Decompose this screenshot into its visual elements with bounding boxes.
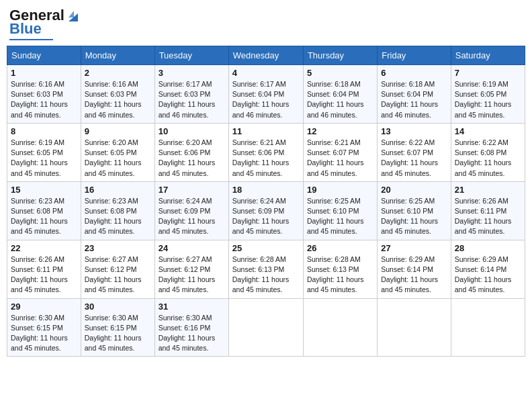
calendar-cell: 28Sunrise: 6:29 AM Sunset: 6:14 PM Dayli…	[451, 240, 525, 298]
day-info: Sunrise: 6:24 AM Sunset: 6:09 PM Dayligh…	[232, 196, 300, 237]
day-number: 3	[159, 68, 225, 78]
day-info: Sunrise: 6:25 AM Sunset: 6:10 PM Dayligh…	[307, 196, 373, 237]
logo-underline	[9, 39, 53, 40]
calendar-header-sunday: Sunday	[7, 46, 81, 65]
day-number: 21	[455, 185, 521, 195]
day-info: Sunrise: 6:20 AM Sunset: 6:06 PM Dayligh…	[159, 138, 225, 179]
day-info: Sunrise: 6:22 AM Sunset: 6:07 PM Dayligh…	[381, 138, 447, 179]
day-info: Sunrise: 6:20 AM Sunset: 6:05 PM Dayligh…	[85, 138, 151, 179]
calendar-cell	[451, 298, 525, 357]
calendar-cell: 7Sunrise: 6:19 AM Sunset: 6:05 PM Daylig…	[451, 65, 525, 124]
day-number: 31	[159, 302, 225, 312]
day-info: Sunrise: 6:17 AM Sunset: 6:03 PM Dayligh…	[159, 79, 225, 120]
day-info: Sunrise: 6:17 AM Sunset: 6:04 PM Dayligh…	[232, 79, 300, 120]
calendar-cell	[303, 298, 377, 357]
calendar-header-saturday: Saturday	[451, 46, 525, 65]
calendar-week-2: 8Sunrise: 6:19 AM Sunset: 6:05 PM Daylig…	[7, 123, 525, 181]
calendar-header-friday: Friday	[378, 46, 451, 65]
day-info: Sunrise: 6:29 AM Sunset: 6:14 PM Dayligh…	[381, 255, 447, 295]
calendar-cell: 23Sunrise: 6:27 AM Sunset: 6:12 PM Dayli…	[81, 240, 154, 298]
day-number: 9	[85, 126, 151, 136]
day-number: 18	[232, 185, 300, 195]
day-info: Sunrise: 6:24 AM Sunset: 6:09 PM Dayligh…	[159, 196, 225, 237]
calendar-week-3: 15Sunrise: 6:23 AM Sunset: 6:08 PM Dayli…	[7, 181, 525, 240]
day-number: 8	[11, 126, 77, 136]
calendar-cell: 25Sunrise: 6:28 AM Sunset: 6:13 PM Dayli…	[228, 240, 303, 298]
day-number: 24	[159, 243, 225, 253]
day-info: Sunrise: 6:19 AM Sunset: 6:05 PM Dayligh…	[11, 138, 77, 179]
day-info: Sunrise: 6:23 AM Sunset: 6:08 PM Dayligh…	[11, 196, 77, 237]
day-number: 20	[381, 185, 447, 195]
day-info: Sunrise: 6:30 AM Sunset: 6:16 PM Dayligh…	[159, 313, 225, 354]
calendar-cell: 17Sunrise: 6:24 AM Sunset: 6:09 PM Dayli…	[154, 181, 228, 240]
calendar-table: SundayMondayTuesdayWednesdayThursdayFrid…	[7, 46, 525, 357]
calendar-cell: 4Sunrise: 6:17 AM Sunset: 6:04 PM Daylig…	[228, 65, 303, 124]
day-number: 26	[307, 243, 373, 253]
calendar-header-thursday: Thursday	[303, 46, 377, 65]
logo-triangle-icon	[66, 8, 81, 23]
calendar-cell: 22Sunrise: 6:26 AM Sunset: 6:11 PM Dayli…	[7, 240, 81, 298]
calendar-cell: 15Sunrise: 6:23 AM Sunset: 6:08 PM Dayli…	[7, 181, 81, 240]
calendar-header-monday: Monday	[81, 46, 154, 65]
day-info: Sunrise: 6:16 AM Sunset: 6:03 PM Dayligh…	[85, 79, 151, 120]
day-info: Sunrise: 6:18 AM Sunset: 6:04 PM Dayligh…	[381, 79, 447, 120]
day-info: Sunrise: 6:19 AM Sunset: 6:05 PM Dayligh…	[455, 79, 521, 120]
logo: General Blue	[9, 7, 81, 40]
calendar-header-wednesday: Wednesday	[228, 46, 303, 65]
calendar-cell: 30Sunrise: 6:30 AM Sunset: 6:15 PM Dayli…	[81, 298, 154, 357]
day-number: 30	[85, 302, 151, 312]
day-number: 7	[455, 68, 521, 78]
day-info: Sunrise: 6:29 AM Sunset: 6:14 PM Dayligh…	[455, 255, 521, 295]
calendar-week-4: 22Sunrise: 6:26 AM Sunset: 6:11 PM Dayli…	[7, 240, 525, 298]
day-number: 15	[11, 185, 77, 195]
day-number: 22	[11, 243, 77, 253]
day-number: 2	[85, 68, 151, 78]
day-info: Sunrise: 6:25 AM Sunset: 6:10 PM Dayligh…	[381, 196, 447, 237]
calendar-week-5: 29Sunrise: 6:30 AM Sunset: 6:15 PM Dayli…	[7, 298, 525, 357]
calendar-cell	[378, 298, 451, 357]
day-number: 29	[11, 302, 77, 312]
calendar-cell: 5Sunrise: 6:18 AM Sunset: 6:04 PM Daylig…	[303, 65, 377, 124]
day-info: Sunrise: 6:27 AM Sunset: 6:12 PM Dayligh…	[85, 255, 151, 295]
svg-marker-1	[69, 11, 74, 17]
day-info: Sunrise: 6:30 AM Sunset: 6:15 PM Dayligh…	[11, 313, 77, 354]
day-number: 1	[11, 68, 77, 78]
calendar-header-row: SundayMondayTuesdayWednesdayThursdayFrid…	[7, 46, 525, 65]
calendar-cell: 10Sunrise: 6:20 AM Sunset: 6:06 PM Dayli…	[154, 123, 228, 181]
day-info: Sunrise: 6:18 AM Sunset: 6:04 PM Dayligh…	[307, 79, 373, 120]
calendar-cell: 29Sunrise: 6:30 AM Sunset: 6:15 PM Dayli…	[7, 298, 81, 357]
day-info: Sunrise: 6:16 AM Sunset: 6:03 PM Dayligh…	[11, 79, 77, 120]
calendar-cell: 8Sunrise: 6:19 AM Sunset: 6:05 PM Daylig…	[7, 123, 81, 181]
calendar-cell: 16Sunrise: 6:23 AM Sunset: 6:08 PM Dayli…	[81, 181, 154, 240]
day-number: 19	[307, 185, 373, 195]
day-number: 12	[307, 126, 373, 136]
calendar-cell: 14Sunrise: 6:22 AM Sunset: 6:08 PM Dayli…	[451, 123, 525, 181]
day-info: Sunrise: 6:28 AM Sunset: 6:13 PM Dayligh…	[307, 255, 373, 295]
calendar-cell: 6Sunrise: 6:18 AM Sunset: 6:04 PM Daylig…	[378, 65, 451, 124]
day-number: 14	[455, 126, 521, 136]
day-number: 4	[232, 68, 300, 78]
day-number: 27	[381, 243, 447, 253]
calendar-cell: 27Sunrise: 6:29 AM Sunset: 6:14 PM Dayli…	[378, 240, 451, 298]
calendar-cell: 18Sunrise: 6:24 AM Sunset: 6:09 PM Dayli…	[228, 181, 303, 240]
calendar-cell: 9Sunrise: 6:20 AM Sunset: 6:05 PM Daylig…	[81, 123, 154, 181]
day-number: 23	[85, 243, 151, 253]
day-number: 11	[232, 126, 300, 136]
logo-blue-text: Blue	[9, 20, 42, 38]
day-number: 13	[381, 126, 447, 136]
calendar-cell: 1Sunrise: 6:16 AM Sunset: 6:03 PM Daylig…	[7, 65, 81, 124]
calendar-cell: 26Sunrise: 6:28 AM Sunset: 6:13 PM Dayli…	[303, 240, 377, 298]
day-info: Sunrise: 6:21 AM Sunset: 6:06 PM Dayligh…	[232, 138, 300, 179]
calendar-cell: 24Sunrise: 6:27 AM Sunset: 6:12 PM Dayli…	[154, 240, 228, 298]
calendar-cell: 20Sunrise: 6:25 AM Sunset: 6:10 PM Dayli…	[378, 181, 451, 240]
calendar-cell: 3Sunrise: 6:17 AM Sunset: 6:03 PM Daylig…	[154, 65, 228, 124]
day-info: Sunrise: 6:30 AM Sunset: 6:15 PM Dayligh…	[85, 313, 151, 354]
day-info: Sunrise: 6:21 AM Sunset: 6:07 PM Dayligh…	[307, 138, 373, 179]
day-number: 5	[307, 68, 373, 78]
day-info: Sunrise: 6:28 AM Sunset: 6:13 PM Dayligh…	[232, 255, 300, 295]
day-number: 10	[159, 126, 225, 136]
day-number: 17	[159, 185, 225, 195]
day-info: Sunrise: 6:26 AM Sunset: 6:11 PM Dayligh…	[455, 196, 521, 237]
calendar-week-1: 1Sunrise: 6:16 AM Sunset: 6:03 PM Daylig…	[7, 65, 525, 124]
day-info: Sunrise: 6:27 AM Sunset: 6:12 PM Dayligh…	[159, 255, 225, 295]
